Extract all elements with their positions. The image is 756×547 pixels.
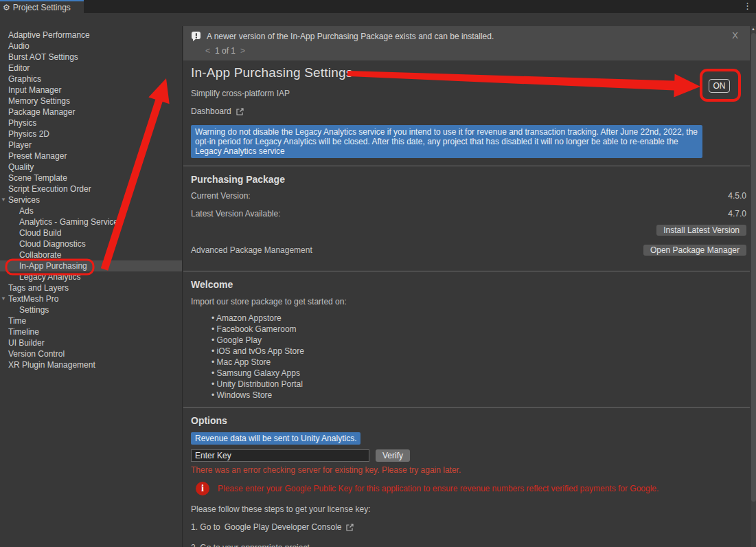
sidebar-item-analytics-gaming-services[interactable]: Analytics - Gaming Services — [0, 216, 182, 227]
sidebar-item-audio[interactable]: Audio — [0, 41, 182, 52]
iap-toggle-on-button[interactable]: ON — [709, 79, 730, 93]
sidebar-item-package-manager[interactable]: Package Manager — [0, 107, 182, 118]
sidebar-item-burst-aot-settings[interactable]: Burst AOT Settings — [0, 52, 182, 63]
sidebar-item-physics-2d[interactable]: Physics 2D — [0, 129, 182, 139]
dashboard-link-label: Dashboard — [191, 107, 231, 116]
latest-version-label: Latest Version Available: — [191, 209, 281, 219]
welcome-intro: Import our store package to get started … — [191, 297, 746, 306]
sidebar-item-collaborate[interactable]: Collaborate — [0, 249, 182, 260]
kebab-menu-icon[interactable]: ⋮ — [743, 1, 752, 10]
sidebar-item-services[interactable]: ▼Services — [0, 194, 182, 205]
sidebar-item-label: In-App Purchasing — [19, 261, 87, 271]
sidebar-item-label: Settings — [19, 305, 49, 315]
sidebar-item-in-app-purchasing[interactable]: In-App Purchasing — [0, 260, 182, 271]
sidebar-item-script-execution-order[interactable]: Script Execution Order — [0, 183, 182, 194]
sidebar-item-ui-builder[interactable]: UI Builder — [0, 337, 182, 348]
editor-tab-bar: ⚙ Project Settings ⋮ — [0, 0, 756, 13]
sidebar-item-label: Script Execution Order — [8, 184, 91, 194]
legacy-analytics-warning: Warning do not disable the Legacy Analyt… — [191, 125, 702, 158]
sidebar-item-adaptive-performance[interactable]: Adaptive Performance — [0, 30, 182, 41]
sidebar-item-input-manager[interactable]: Input Manager — [0, 85, 182, 96]
pager-prev-icon[interactable]: < — [205, 46, 210, 56]
google-key-input[interactable] — [191, 449, 369, 462]
sidebar-item-time[interactable]: Time — [0, 315, 182, 326]
sidebar-item-label: Physics 2D — [8, 129, 49, 139]
revenue-notice-badge: Revenue data will be sent to Unity Analy… — [191, 432, 360, 445]
sidebar-item-memory-settings[interactable]: Memory Settings — [0, 96, 182, 107]
sidebar-item-scene-template[interactable]: Scene Template — [0, 172, 182, 183]
store-list-item: iOS and tvOs App Store — [211, 346, 746, 357]
sidebar-item-physics[interactable]: Physics — [0, 118, 182, 129]
sidebar-item-tags-and-layers[interactable]: Tags and Layers — [0, 282, 182, 293]
step2-text: 2. Go to your appropriate project. — [191, 543, 746, 547]
scroll-up-arrow-icon[interactable]: ▲ — [751, 27, 756, 31]
sidebar-item-label: UI Builder — [8, 338, 45, 348]
section-divider — [183, 271, 756, 271]
sidebar-item-version-control[interactable]: Version Control — [0, 348, 182, 359]
store-list: Amazon AppstoreFacebook GameroomGoogle P… — [191, 313, 746, 401]
sidebar-item-quality[interactable]: Quality — [0, 161, 182, 172]
sidebar-item-label: Analytics - Gaming Services — [19, 217, 122, 227]
close-icon[interactable]: X — [732, 30, 738, 41]
options-heading: Options — [191, 415, 746, 426]
sidebar-item-label: Cloud Build — [19, 228, 61, 238]
pager-next-icon[interactable]: > — [240, 46, 245, 56]
sidebar-item-label: Package Manager — [8, 107, 75, 117]
sidebar-item-settings[interactable]: Settings — [0, 304, 182, 315]
sidebar-item-editor[interactable]: Editor — [0, 63, 182, 74]
sidebar-item-legacy-analytics[interactable]: Legacy Analytics — [0, 271, 182, 282]
sidebar-item-player[interactable]: Player — [0, 139, 182, 150]
google-play-console-link[interactable]: Google Play Developer Console — [225, 522, 342, 532]
foldout-triangle-icon[interactable]: ▼ — [1, 293, 6, 304]
console-warning-icon — [191, 31, 202, 42]
current-version-value: 4.5.0 — [728, 191, 746, 201]
sidebar-item-label: Ads — [19, 206, 34, 216]
sidebar-item-label: Timeline — [8, 327, 39, 337]
sidebar-item-label: Collaborate — [19, 250, 61, 260]
dashboard-link[interactable]: Dashboard — [191, 107, 746, 116]
verify-button[interactable]: Verify — [376, 449, 410, 462]
settings-toolbar — [0, 13, 756, 26]
sidebar-item-label: Quality — [8, 162, 34, 172]
google-key-warning-text: Please enter your Google Public Key for … — [218, 484, 658, 493]
sidebar-item-cloud-build[interactable]: Cloud Build — [0, 227, 182, 238]
purchasing-package-heading: Purchasing Package — [191, 174, 746, 185]
scrollbar-thumb[interactable] — [751, 33, 756, 502]
sidebar-item-label: Adaptive Performance — [8, 30, 90, 40]
foldout-triangle-icon[interactable]: ▼ — [1, 194, 6, 205]
sidebar-item-label: Graphics — [8, 74, 41, 84]
install-latest-version-button[interactable]: Install Latest Version — [656, 225, 746, 236]
sidebar-item-textmesh-pro[interactable]: ▼TextMesh Pro — [0, 293, 182, 304]
sidebar-item-label: Burst AOT Settings — [8, 52, 78, 62]
sidebar-item-label: Input Manager — [8, 85, 61, 95]
external-link-icon — [236, 107, 244, 116]
sidebar-item-xr-plugin-management[interactable]: XR Plugin Management — [0, 359, 182, 370]
external-link-icon — [345, 523, 354, 532]
store-list-item: Amazon Appstore — [211, 313, 746, 324]
sidebar-item-graphics[interactable]: Graphics — [0, 74, 182, 85]
sidebar-item-label: Tags and Layers — [8, 283, 69, 293]
sidebar-item-timeline[interactable]: Timeline — [0, 326, 182, 337]
open-package-manager-button[interactable]: Open Package Manager — [643, 245, 746, 256]
current-version-label: Current Version: — [191, 191, 251, 201]
section-divider — [183, 166, 756, 166]
tab-project-settings[interactable]: ⚙ Project Settings — [0, 0, 84, 13]
sidebar-item-label: Legacy Analytics — [19, 272, 80, 282]
pager-label: 1 of 1 — [215, 46, 236, 56]
notification-message: A newer version of the In-App Purchasing… — [207, 32, 494, 41]
step1-prefix: 1. Go to — [191, 522, 220, 532]
sidebar-item-preset-manager[interactable]: Preset Manager — [0, 150, 182, 161]
sidebar-item-label: Preset Manager — [8, 151, 67, 161]
error-info-icon: i — [196, 482, 209, 495]
welcome-heading: Welcome — [191, 279, 746, 290]
store-list-item: Google Play — [211, 335, 746, 346]
vertical-scrollbar[interactable]: ▲ — [750, 26, 756, 547]
sidebar-item-cloud-diagnostics[interactable]: Cloud Diagnostics — [0, 238, 182, 249]
page-title: In-App Purchasing Settings — [191, 65, 746, 80]
sidebar-item-label: Scene Template — [8, 173, 67, 183]
sidebar-item-ads[interactable]: Ads — [0, 205, 182, 216]
sidebar-item-label: TextMesh Pro — [8, 294, 58, 304]
store-list-item: Unity Distribution Portal — [211, 379, 746, 390]
sidebar-item-label: Physics — [8, 118, 36, 128]
sidebar-item-label: Services — [8, 195, 40, 205]
